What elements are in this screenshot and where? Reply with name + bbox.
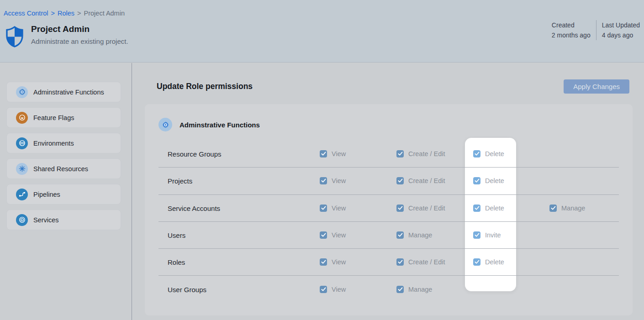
checkbox-checked-icon[interactable] (320, 177, 327, 184)
breadcrumb-separator-icon: > (51, 10, 55, 17)
page-title: Project Admin (31, 24, 90, 34)
breadcrumb: Access Control>Roles>Project Admin (4, 10, 125, 17)
sidebar-item-label: Adminstrative Functions (33, 89, 104, 96)
checkbox-checked-icon[interactable] (320, 286, 327, 293)
checkbox-checked-icon[interactable] (396, 150, 404, 157)
permission-label: Create / Edit (408, 177, 445, 184)
permission-label: View (332, 258, 346, 266)
checkbox-checked-icon[interactable] (473, 177, 480, 184)
checkbox-checked-icon[interactable] (473, 205, 480, 212)
gear-icon (158, 118, 172, 131)
checkbox-checked-icon[interactable] (396, 258, 404, 266)
sidebar-item-environments[interactable]: Environments (6, 133, 121, 153)
sidebar-item-label: Feature Flags (33, 114, 74, 121)
checkbox-checked-icon[interactable] (396, 286, 404, 293)
sidebar-item-pipelines[interactable]: Pipelines (6, 184, 121, 205)
permission-manage[interactable]: Manage (396, 286, 432, 293)
last-updated-value: 4 days ago (602, 30, 640, 40)
permission-label: View (332, 231, 346, 239)
checkbox-checked-icon[interactable] (549, 205, 557, 212)
checkbox-checked-icon[interactable] (396, 177, 404, 184)
permission-row-user-groups: User GroupsViewManage (158, 275, 619, 302)
environments-icon (16, 137, 28, 149)
permission-label: Invite (485, 231, 501, 239)
permissions-table: Resource GroupsViewCreate / EditDeletePr… (158, 140, 619, 303)
breadcrumb-separator-icon: > (77, 10, 81, 17)
resource-label: Roles (168, 258, 185, 266)
page: Access Control>Roles>Project Admin Proje… (0, 0, 644, 320)
permission-delete[interactable]: Delete (473, 177, 504, 184)
breadcrumb-current: Project Admin (84, 10, 125, 17)
role-meta: Created 2 months ago Last Updated 4 days… (552, 20, 640, 40)
flag-toggle-icon (16, 112, 28, 124)
permissions-card-title: Adminstrative Functions (179, 121, 260, 129)
main-content: Update Role permissions Apply Changes Ad… (132, 63, 644, 320)
role-shield-icon (5, 26, 24, 47)
checkbox-checked-icon[interactable] (320, 258, 327, 266)
permission-create-edit[interactable]: Create / Edit (396, 177, 445, 184)
permission-label: Create / Edit (408, 258, 445, 266)
section-heading: Update Role permissions (157, 82, 253, 91)
permission-create-edit[interactable]: Create / Edit (396, 205, 445, 212)
created-label: Created (552, 20, 591, 30)
permission-view[interactable]: View (320, 205, 346, 212)
last-updated-label: Last Updated (602, 20, 640, 30)
sidebar-item-label: Pipelines (33, 191, 60, 198)
resource-label: Projects (168, 177, 192, 185)
apply-changes-button[interactable]: Apply Changes (564, 79, 629, 94)
resource-category-sidebar: Adminstrative FunctionsFeature FlagsEnvi… (0, 63, 132, 320)
permission-label: View (332, 177, 346, 184)
permission-delete[interactable]: Delete (473, 205, 504, 212)
page-subtitle: Administrate an existing project. (31, 37, 128, 45)
checkbox-checked-icon[interactable] (320, 205, 327, 212)
checkbox-checked-icon[interactable] (473, 150, 480, 157)
permission-row-roles: RolesViewCreate / EditDelete (158, 248, 619, 275)
gear-icon (16, 86, 28, 98)
permission-delete[interactable]: Delete (473, 258, 504, 266)
permission-invite[interactable]: Invite (473, 231, 501, 239)
page-body: Adminstrative FunctionsFeature FlagsEnvi… (0, 63, 644, 320)
permissions-card: Adminstrative Functions Resource GroupsV… (145, 104, 633, 315)
page-header: Access Control>Roles>Project Admin Proje… (0, 0, 644, 63)
permissions-card-header: Adminstrative Functions (158, 118, 260, 131)
sidebar-item-label: Environments (33, 140, 74, 147)
breadcrumb-link-access-control[interactable]: Access Control (4, 10, 48, 17)
permission-label: Delete (485, 177, 504, 184)
resource-label: Users (168, 231, 185, 239)
permission-label: View (332, 286, 346, 293)
permission-label: Manage (408, 286, 432, 293)
permission-create-edit[interactable]: Create / Edit (396, 258, 445, 266)
permission-delete[interactable]: Delete (473, 150, 504, 157)
permission-label: Create / Edit (408, 150, 445, 157)
permission-label: View (332, 150, 346, 157)
shared-resources-icon (16, 163, 28, 175)
created-value: 2 months ago (552, 30, 591, 40)
permission-view[interactable]: View (320, 286, 346, 293)
permission-label: View (332, 205, 346, 212)
sidebar-item-services[interactable]: Services (6, 210, 121, 230)
breadcrumb-link-roles[interactable]: Roles (58, 10, 74, 17)
permission-create-edit[interactable]: Create / Edit (396, 150, 445, 157)
checkbox-checked-icon[interactable] (396, 205, 404, 212)
permission-label: Delete (485, 150, 504, 157)
checkbox-checked-icon[interactable] (473, 258, 480, 266)
sidebar-item-adminstrative-functions[interactable]: Adminstrative Functions (6, 82, 121, 102)
created-meta: Created 2 months ago (552, 20, 591, 40)
checkbox-checked-icon[interactable] (320, 150, 327, 157)
permission-view[interactable]: View (320, 231, 346, 239)
permission-view[interactable]: View (320, 150, 346, 157)
checkbox-checked-icon[interactable] (396, 231, 404, 239)
permission-manage[interactable]: Manage (549, 205, 585, 212)
permission-manage[interactable]: Manage (396, 231, 432, 239)
checkbox-checked-icon[interactable] (473, 231, 480, 239)
sidebar-item-shared-resources[interactable]: Shared Resources (6, 158, 121, 179)
permission-label: Manage (408, 231, 432, 239)
permission-view[interactable]: View (320, 177, 346, 184)
checkbox-checked-icon[interactable] (320, 231, 327, 239)
permission-row-service-accounts: Service AccountsViewCreate / EditDeleteM… (158, 194, 619, 221)
sidebar-item-feature-flags[interactable]: Feature Flags (6, 107, 121, 128)
permission-view[interactable]: View (320, 258, 346, 266)
sidebar-item-label: Services (33, 216, 59, 224)
permission-row-users: UsersViewManageInvite (158, 221, 619, 248)
resource-label: Resource Groups (168, 150, 222, 157)
